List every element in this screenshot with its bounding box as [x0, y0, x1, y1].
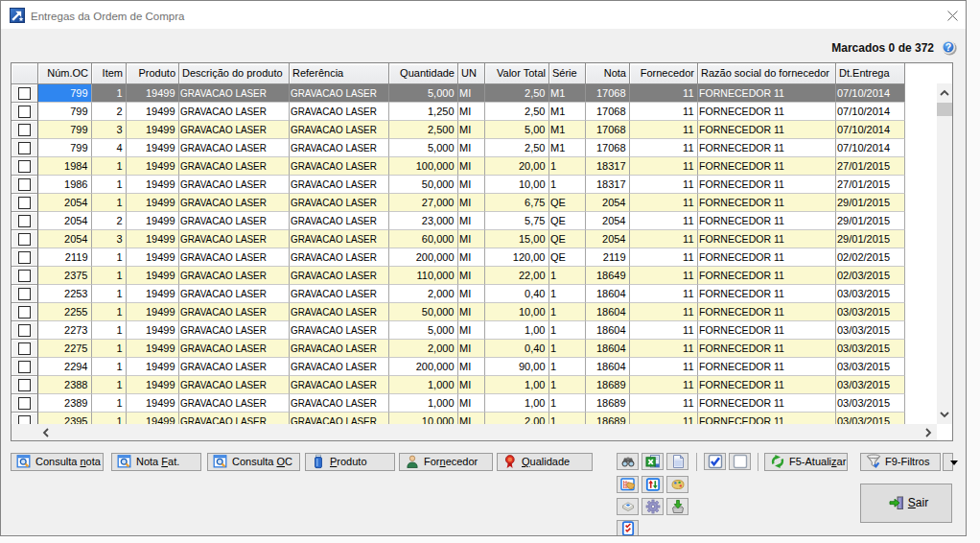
svg-text:?: ?	[945, 41, 951, 53]
